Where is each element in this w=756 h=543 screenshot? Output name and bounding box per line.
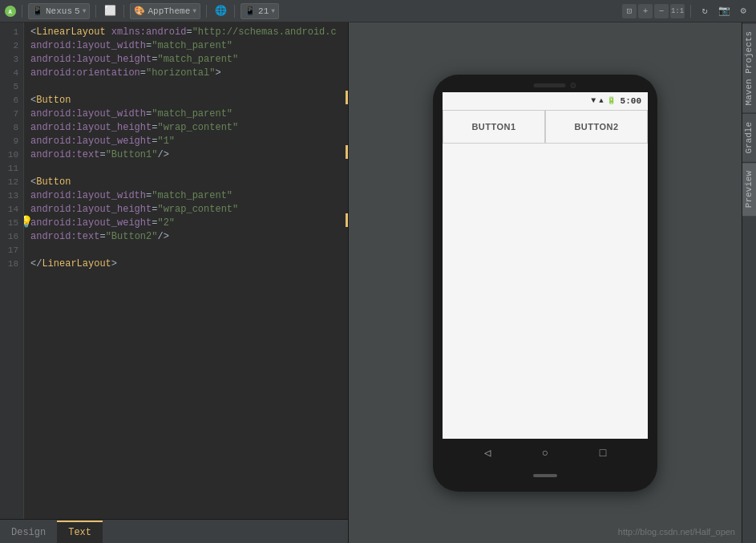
line-num-7: 7 <box>0 107 18 121</box>
nav-back-icon: ◁ <box>484 446 491 460</box>
line-num-10: 10 <box>0 148 18 162</box>
code-line-13: android:layout_width="match_parent" <box>30 189 342 203</box>
watermark: http://blog.csdn.net/Half_open <box>618 527 735 537</box>
nav-home-icon: ○ <box>542 447 548 460</box>
device-icon: 📱 <box>32 6 43 16</box>
device-dropdown[interactable]: 📱 Nexus 5 ▼ <box>28 3 90 19</box>
code-line-10: android:text="Button1"/> <box>30 148 342 162</box>
separator-5 <box>234 5 235 18</box>
refresh-button[interactable]: ↻ <box>697 3 713 19</box>
gradle-tab[interactable]: Gradle <box>742 113 756 162</box>
line-num-16: 16 <box>0 230 18 244</box>
code-line-15: android:layout_weight="2" 💡 <box>30 217 342 230</box>
separator-2 <box>95 5 96 18</box>
android-icon: A <box>5 6 16 17</box>
zoom-fit-button[interactable]: ⊡ <box>622 4 637 18</box>
line-num-3: 3 <box>0 53 18 67</box>
code-line-1: <LinearLayout xmlns:android="http://sche… <box>30 26 342 39</box>
code-line-9: android:layout_weight="1" <box>30 135 342 148</box>
line-num-15: 15 <box>0 217 18 230</box>
code-editor[interactable]: <LinearLayout xmlns:android="http://sche… <box>24 22 348 519</box>
phone-mockup: ▼ ▲ 🔋 5:00 BUTTON1 BUTTON2 ◁ ○ □ <box>433 75 657 492</box>
code-line-6: <Button <box>30 94 342 107</box>
nav-recent-icon: □ <box>600 447 606 460</box>
code-line-18: </LinearLayout> <box>30 257 342 271</box>
line-num-18: 18 <box>0 257 18 271</box>
theme-dropdown-arrow: ▼ <box>192 7 196 14</box>
code-line-3: android:layout_height="match_parent" <box>30 53 342 67</box>
line-num-17: 17 <box>0 244 18 257</box>
phone-button2: BUTTON2 <box>545 110 648 144</box>
code-line-16: android:text="Button2"/> <box>30 230 342 244</box>
code-panel: 1 2 3 4 5 6 7 8 9 10 11 12 13 14 15 16 1… <box>0 22 349 543</box>
line-num-1: 1 <box>0 26 18 39</box>
code-content: 1 2 3 4 5 6 7 8 9 10 11 12 13 14 15 16 1… <box>0 22 348 519</box>
phone-home-indicator <box>533 474 557 477</box>
api-dropdown-arrow: ▼ <box>271 7 275 14</box>
line-numbers: 1 2 3 4 5 6 7 8 9 10 11 12 13 14 15 16 1… <box>0 22 24 519</box>
zoom-in-button[interactable]: + <box>638 4 653 18</box>
preview-content: ▼ ▲ 🔋 5:00 BUTTON1 BUTTON2 ◁ ○ □ <box>349 22 742 543</box>
zoom-actual-button[interactable]: 1:1 <box>670 4 685 18</box>
code-line-11 <box>30 162 342 176</box>
bottom-tabs: Design Text <box>0 519 348 543</box>
line-num-14: 14 <box>0 203 18 217</box>
status-time: 5:00 <box>621 96 641 106</box>
line-num-13: 13 <box>0 189 18 203</box>
design-tab[interactable]: Design <box>0 521 57 543</box>
line-num-8: 8 <box>0 121 18 135</box>
code-line-4: android:orientation="horizontal"> <box>30 67 342 80</box>
phone-speaker <box>534 83 566 87</box>
theme-palette-icon: 🎨 <box>134 6 145 16</box>
separator-6 <box>690 5 691 18</box>
screenshot-button[interactable]: 📷 <box>716 3 732 19</box>
phone-button1: BUTTON1 <box>443 110 545 144</box>
device-dropdown-arrow: ▼ <box>83 7 87 14</box>
battery-icon: 🔋 <box>607 96 616 105</box>
maven-projects-tab[interactable]: Maven Projects <box>742 22 756 113</box>
locale-icon[interactable]: 🌐 <box>212 3 228 19</box>
code-line-17 <box>30 244 342 257</box>
api-dropdown[interactable]: 📱 21 ▼ <box>241 3 279 19</box>
phone-camera <box>571 83 576 88</box>
top-toolbar: A 📱 Nexus 5 ▼ ⬜ 🎨 AppTheme ▼ 🌐 📱 21 ▼ ⊡ … <box>0 0 756 22</box>
preview-panel: ▼ ▲ 🔋 5:00 BUTTON1 BUTTON2 ◁ ○ □ <box>349 22 742 543</box>
line-num-4: 4 <box>0 67 18 80</box>
line-num-2: 2 <box>0 39 18 53</box>
phone-screen: ▼ ▲ 🔋 5:00 BUTTON1 BUTTON2 <box>443 92 648 439</box>
signal-icon: ▲ <box>599 97 603 105</box>
text-tab[interactable]: Text <box>57 521 103 543</box>
wifi-icon: ▼ <box>591 96 596 105</box>
side-panels: Maven Projects Gradle Preview <box>742 22 756 543</box>
preview-tab[interactable]: Preview <box>742 162 756 216</box>
line-num-12: 12 <box>0 176 18 189</box>
code-line-7: android:layout_width="match_parent" <box>30 107 342 121</box>
zoom-controls: ⊡ + − 1:1 <box>622 4 685 18</box>
screen-size-icon[interactable]: ⬜ <box>102 3 118 19</box>
android-version-icon: 📱 <box>245 6 256 16</box>
phone-nav-bar: ◁ ○ □ <box>443 439 648 468</box>
api-label: 21 <box>258 6 269 16</box>
code-line-12: <Button <box>30 176 342 189</box>
code-line-2: android:layout_width="match_parent" <box>30 39 342 53</box>
theme-label: AppTheme <box>148 6 190 16</box>
code-line-8: android:layout_height="wrap_content" <box>30 121 342 135</box>
settings-button[interactable]: ⚙ <box>735 3 751 19</box>
line-num-6: 6 <box>0 94 18 107</box>
main-area: 1 2 3 4 5 6 7 8 9 10 11 12 13 14 15 16 1… <box>0 22 756 543</box>
line-num-11: 11 <box>0 162 18 176</box>
separator-4 <box>206 5 207 18</box>
zoom-out-button[interactable]: − <box>654 4 669 18</box>
code-line-14: android:layout_height="wrap_content" <box>30 203 342 217</box>
phone-status-bar: ▼ ▲ 🔋 5:00 <box>443 92 648 110</box>
device-label: 5 <box>75 6 80 16</box>
line-num-5: 5 <box>0 80 18 94</box>
separator-3 <box>123 5 124 18</box>
phone-buttons-row: BUTTON1 BUTTON2 <box>443 110 648 439</box>
nexus-label: Nexus <box>46 6 72 16</box>
separator-1 <box>22 5 22 18</box>
line-num-9: 9 <box>0 135 18 148</box>
theme-dropdown[interactable]: 🎨 AppTheme ▼ <box>130 3 200 19</box>
code-line-5 <box>30 80 342 94</box>
